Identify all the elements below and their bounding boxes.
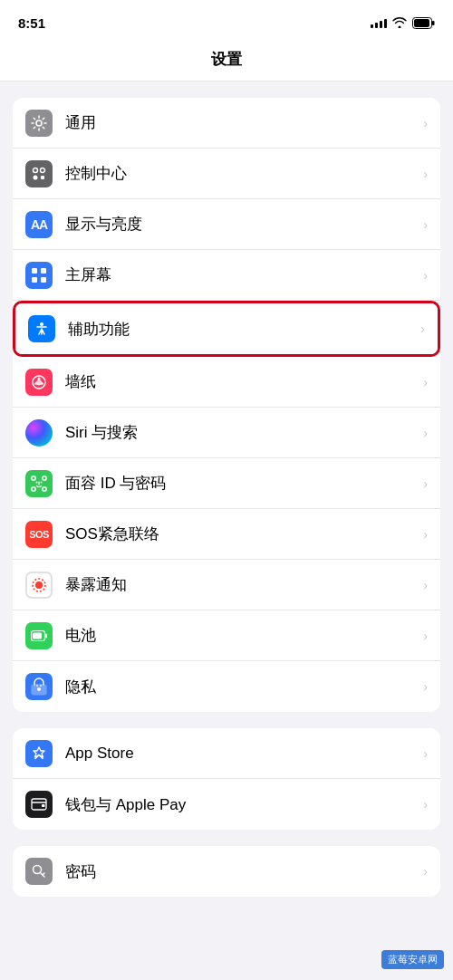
accessibility-chevron: › [420, 322, 425, 336]
settings-item-wallet[interactable]: 钱包与 Apple Pay › [13, 779, 440, 830]
display-chevron: › [423, 217, 428, 232]
svg-rect-7 [41, 176, 44, 179]
control-label: 控制中心 [65, 163, 418, 184]
status-bar: 8:51 [0, 0, 453, 40]
homescreen-chevron: › [423, 268, 428, 283]
svg-point-16 [41, 382, 43, 384]
svg-rect-19 [32, 487, 35, 491]
svg-point-14 [38, 377, 41, 380]
general-chevron: › [423, 116, 428, 130]
exposure-label: 暴露通知 [65, 574, 418, 595]
settings-item-exposure[interactable]: 暴露通知 › [13, 560, 440, 610]
svg-rect-1 [432, 21, 435, 25]
status-time: 8:51 [18, 15, 45, 31]
signal-icon [371, 17, 387, 28]
nav-header: 设置 [0, 40, 453, 82]
svg-rect-11 [41, 277, 46, 283]
svg-rect-17 [32, 476, 35, 480]
svg-point-24 [35, 581, 43, 589]
settings-item-sos[interactable]: SOS SOS紧急联络 › [13, 509, 440, 560]
display-label: 显示与亮度 [65, 214, 418, 235]
privacy-icon [25, 673, 53, 700]
settings-item-battery[interactable]: 电池 › [13, 610, 440, 661]
siri-chevron: › [423, 426, 428, 440]
exposure-chevron: › [423, 578, 428, 592]
settings-item-control[interactable]: 控制中心 › [13, 149, 440, 199]
password-label: 密码 [65, 861, 418, 882]
general-label: 通用 [65, 112, 418, 133]
sos-icon: SOS [25, 521, 53, 548]
control-icon [25, 160, 53, 187]
wallpaper-label: 墙纸 [65, 371, 418, 392]
status-icons [371, 17, 435, 29]
settings-item-faceid[interactable]: 面容 ID 与密码 › [13, 458, 440, 509]
sos-label: SOS紧急联络 [65, 524, 418, 544]
svg-point-22 [41, 481, 43, 483]
exposure-icon [25, 572, 53, 599]
settings-item-homescreen[interactable]: 主屏幕 › [13, 250, 440, 301]
section-1: 通用 › 控制中心 › AA 显示与亮度 › [13, 98, 440, 712]
battery-chevron: › [423, 629, 428, 643]
svg-rect-28 [33, 632, 42, 639]
svg-point-6 [34, 175, 38, 179]
battery-icon [412, 17, 435, 29]
settings-item-accessibility-wrapper: 辅助功能 › [13, 301, 440, 357]
watermark: 蓝莓安卓网 [381, 950, 444, 969]
svg-rect-20 [43, 487, 46, 491]
appstore-icon [25, 740, 53, 767]
faceid-label: 面容 ID 与密码 [65, 473, 418, 494]
svg-point-15 [34, 382, 36, 384]
settings-item-password[interactable]: 密码 › [13, 846, 440, 897]
settings-item-siri[interactable]: Siri 与搜索 › [13, 408, 440, 458]
settings-item-general[interactable]: 通用 › [13, 98, 440, 149]
sos-chevron: › [423, 527, 428, 542]
faceid-icon [25, 470, 53, 497]
wallpaper-chevron: › [423, 375, 428, 389]
wifi-icon [392, 17, 407, 28]
privacy-chevron: › [423, 679, 428, 694]
svg-point-4 [34, 168, 38, 172]
svg-point-21 [36, 481, 38, 483]
wallet-icon [25, 791, 53, 818]
homescreen-icon [25, 262, 53, 289]
section-2: App Store › 钱包与 Apple Pay › [13, 728, 440, 830]
settings-item-wallpaper[interactable]: 墙纸 › [13, 357, 440, 408]
password-icon [25, 858, 53, 885]
password-chevron: › [423, 864, 428, 879]
accessibility-icon [28, 315, 55, 342]
svg-rect-27 [45, 633, 47, 638]
privacy-label: 隐私 [65, 677, 418, 697]
svg-rect-8 [32, 268, 37, 274]
wallpaper-icon [25, 369, 53, 396]
svg-rect-2 [414, 19, 429, 27]
svg-point-30 [37, 687, 41, 691]
svg-point-5 [41, 168, 45, 172]
section-3: 密码 › [13, 846, 440, 897]
accessibility-label: 辅助功能 [68, 319, 415, 340]
svg-rect-10 [32, 277, 37, 283]
appstore-label: App Store [65, 745, 418, 763]
svg-point-3 [36, 120, 42, 126]
siri-label: Siri 与搜索 [65, 422, 418, 443]
settings-item-privacy[interactable]: 隐私 › [13, 661, 440, 712]
wallet-chevron: › [423, 797, 428, 812]
siri-icon [25, 419, 53, 447]
svg-rect-18 [43, 476, 46, 480]
settings-item-display[interactable]: AA 显示与亮度 › [13, 199, 440, 250]
general-icon [25, 110, 53, 137]
svg-rect-9 [41, 268, 46, 274]
control-chevron: › [423, 167, 428, 181]
homescreen-label: 主屏幕 [65, 264, 418, 285]
svg-rect-32 [42, 804, 45, 807]
battery-settings-icon [25, 622, 53, 649]
svg-point-12 [40, 322, 43, 326]
faceid-chevron: › [423, 476, 428, 491]
wallet-label: 钱包与 Apple Pay [65, 794, 418, 815]
display-icon: AA [25, 211, 53, 238]
appstore-chevron: › [423, 746, 428, 761]
page-title: 设置 [211, 51, 242, 68]
settings-item-accessibility[interactable]: 辅助功能 › [15, 303, 438, 354]
battery-label: 电池 [65, 625, 418, 646]
settings-item-appstore[interactable]: App Store › [13, 728, 440, 779]
